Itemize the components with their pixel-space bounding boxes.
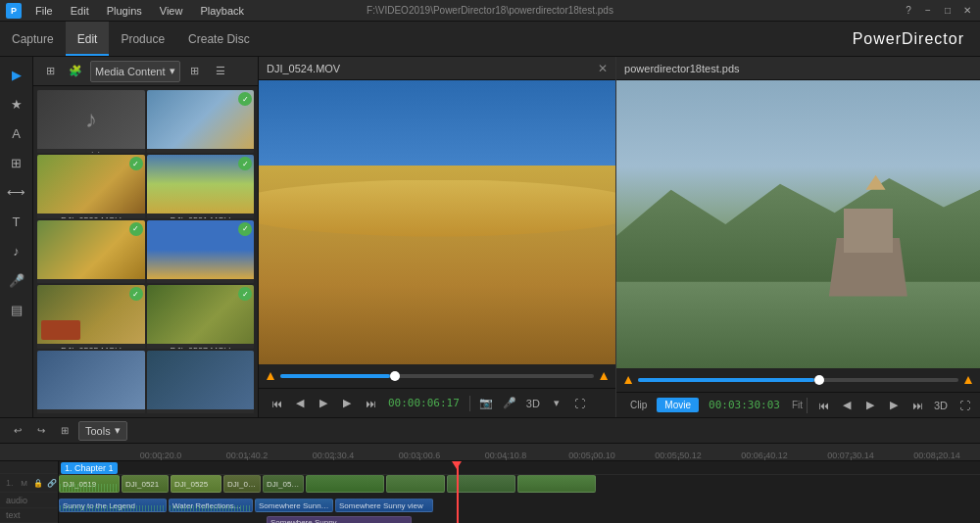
track-label-1: 1. M 🔒 🔗 [0,474,58,493]
chevron-down-icon: ▾ [170,65,175,77]
video-clip[interactable]: DJI_0519 [59,475,120,493]
maximize-button[interactable]: □ [941,4,955,18]
close-button[interactable]: ✕ [960,4,974,18]
toolbar-create-disc[interactable]: Create Disc [176,22,262,56]
list-view-btn[interactable]: ☰ [210,61,231,82]
toolbar-capture[interactable]: Capture [0,22,66,56]
movie-tab[interactable]: Movie [657,398,699,412]
tools-dropdown[interactable]: Tools ▾ [78,421,127,441]
scrubber-handle-left[interactable] [390,371,400,381]
fullscreen-btn[interactable]: ⛶ [570,394,590,413]
capture-label[interactable]: Capture [12,32,54,46]
menu-edit[interactable]: Edit [63,3,97,19]
audio-clip[interactable]: Somewhere Sunny... [255,499,333,512]
3d-btn[interactable]: 3D [523,394,543,413]
prev-frame-btn[interactable]: ◀ [290,394,310,413]
track-label-audio: audio [0,493,58,507]
menu-file[interactable]: File [27,3,61,19]
grid-view-btn[interactable]: ⊞ [184,61,206,82]
media-item-extra2[interactable]: DJI_0531.MOV [147,351,255,413]
fit-label[interactable]: Fit [792,400,803,410]
menu-plugins[interactable]: Plugins [99,3,150,19]
preview-video-left[interactable] [259,80,615,364]
audio-clip[interactable]: Water Reflections... [169,499,253,512]
text-btn[interactable]: A [3,119,30,147]
go-end-btn[interactable]: ⏭ [361,394,380,413]
video-clip[interactable]: DJI_0521 [122,475,169,493]
track-mute-btn[interactable]: M [19,477,30,489]
media-item-dji0527[interactable]: ✓ DJI_0527.MOV [147,285,255,348]
prev-frame-btn-r[interactable]: ◀ [837,396,857,415]
video-clip[interactable] [306,475,384,493]
video-clip[interactable] [517,475,596,493]
create-disc-label[interactable]: Create Disc [188,32,250,46]
video-clip[interactable]: DJI_0538 [263,475,304,493]
video-btn[interactable]: ▤ [3,296,30,323]
media-item-dji0518[interactable]: ✓ DJI_0518.MOV [147,90,255,153]
media-item-dji0521[interactable]: ✓ DJI_0521.MOV [147,155,255,217]
menu-playback[interactable]: Playback [192,3,252,19]
chapter-marker[interactable]: 1. Chapter 1 [61,462,118,474]
text-track: Somewhere Sunny... [59,516,980,523]
media-btn[interactable]: ▶ [3,61,30,88]
toolbar-produce[interactable]: Produce [109,22,176,56]
voice-btn[interactable]: 🎤 [3,266,30,294]
video-clip[interactable]: DJI_0525 [171,475,221,493]
expand-btn[interactable]: ⊞ [55,421,74,441]
3d-settings-btn[interactable]: ▾ [547,394,566,413]
effects-btn[interactable]: ★ [3,90,30,118]
media-item-dji0520[interactable]: ✓ DJI_0520.MOV [37,155,145,217]
media-item-dji0524[interactable]: ✓ DJI_0524.MOV [147,220,255,283]
clip-tab[interactable]: Clip [622,398,655,412]
minimize-button[interactable]: − [921,4,935,18]
transition-btn[interactable]: ⟷ [3,178,30,206]
ruler-mark: 00:07:30.14 [808,451,894,460]
menu-view[interactable]: View [152,3,191,19]
video-clip[interactable]: DJI_0122 [223,475,261,493]
redo-btn[interactable]: ↪ [31,421,51,441]
audio-clip[interactable]: Somewhere Sunny view [335,499,433,512]
file-path: F:\VIDEO2019\PowerDirector18\powerdirect… [367,5,613,16]
left-panel: ▶ ★ A ⊞ ⟷ T ♪ 🎤 ▤ [0,57,33,417]
import-btn[interactable]: ⊞ [39,61,61,82]
next-frame-btn-r[interactable]: ▶ [884,396,904,415]
track-lock-btn[interactable]: 🔒 [32,477,44,489]
go-start-btn[interactable]: ⏮ [267,394,286,413]
media-item-music[interactable]: ♪ 14777__activity__Wa... [37,90,145,153]
scrubber-handle-right[interactable] [814,375,824,385]
title-btn[interactable]: T [3,208,30,235]
produce-label[interactable]: Produce [121,32,165,46]
snapshot-btn[interactable]: 📷 [476,394,496,413]
audio-btn[interactable]: ♪ [3,237,30,264]
media-item-dji0522[interactable]: ✓ DJI_0522.MOV [37,220,145,283]
go-end-btn-r[interactable]: ⏭ [907,396,927,415]
undo-btn[interactable]: ↩ [8,421,27,441]
playhead[interactable] [457,461,459,523]
scrubber-bar-left[interactable] [280,374,594,378]
fullscreen-btn-r[interactable]: ⛶ [955,396,974,415]
track-link-btn[interactable]: 🔗 [46,477,58,489]
preview-close-left[interactable]: ✕ [598,62,608,75]
video-clip[interactable] [386,475,445,493]
help-button[interactable]: ? [902,4,915,18]
go-start-btn-r[interactable]: ⏮ [813,396,833,415]
voiceover-btn[interactable]: 🎤 [500,394,519,413]
scrubber-bar-right[interactable] [638,378,958,382]
pip-btn[interactable]: ⊞ [3,149,30,176]
text-clip[interactable]: Somewhere Sunny... [267,516,412,523]
play-btn-r[interactable]: ▶ [860,396,880,415]
media-item-dji0525[interactable]: ✓ DJI_0525.MOV [37,285,145,348]
media-content-dropdown[interactable]: Media Content ▾ [90,61,180,82]
toolbar-edit[interactable]: Edit [66,22,110,56]
play-btn[interactable]: ▶ [314,394,333,413]
preview-scrubber-left [259,364,615,388]
audio-clip[interactable]: Sunny to the Legend [59,499,167,512]
edit-label[interactable]: Edit [77,32,98,46]
preview-video-right[interactable] [616,80,980,368]
puzzle-btn[interactable]: 🧩 [65,61,86,82]
preview-title-left: DJI_0524.MOV [267,63,340,74]
media-item-extra1[interactable]: DJI_0530.MOV [37,351,145,413]
3d-btn-r[interactable]: 3D [931,396,951,415]
next-frame-btn[interactable]: ▶ [337,394,357,413]
media-item-label: DJI_0527.MOV [147,344,255,348]
